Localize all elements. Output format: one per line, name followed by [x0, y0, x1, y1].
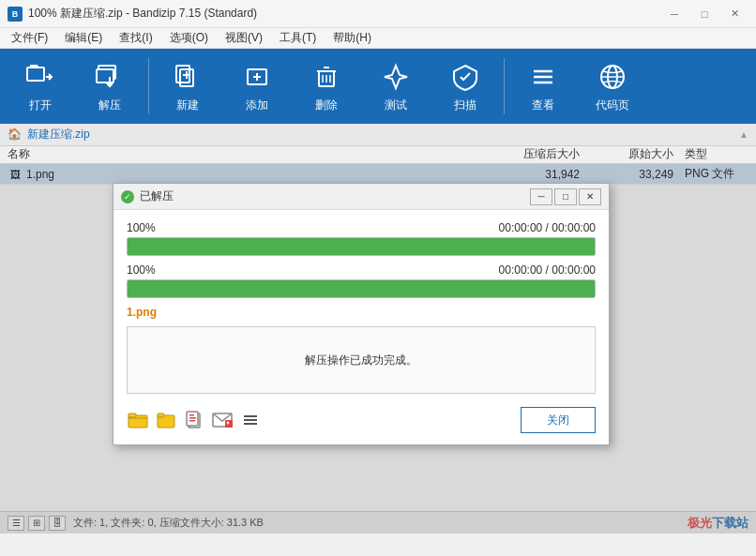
dialog-title-bar: ✓ 已解压 ─ □ ✕ [113, 184, 609, 210]
sort-indicator: ▲ [739, 129, 748, 140]
menu-tools[interactable]: 工具(T) [272, 28, 324, 48]
open-icon [23, 60, 57, 94]
log-area: 解压操作已成功完成。 [127, 326, 596, 394]
toolbar-extract[interactable]: 解压 [77, 53, 143, 120]
main-area: 🏠 新建压缩.zip ▲ 名称 压缩后大小 原始大小 类型 🖼 1.png 31… [0, 124, 756, 533]
toolbar-add[interactable]: 添加 [224, 53, 290, 120]
toolbar-codepage[interactable]: 代码页 [580, 53, 645, 120]
menu-dots-icon[interactable] [239, 409, 262, 431]
dialog-status-icon: ✓ [121, 190, 134, 203]
svg-rect-25 [158, 413, 164, 417]
svg-rect-29 [189, 417, 196, 419]
dialog-minimize-button[interactable]: ─ [530, 188, 552, 205]
extract-label: 解压 [98, 98, 121, 113]
window-controls: ─ □ ✕ [660, 5, 748, 23]
svg-rect-0 [27, 68, 44, 81]
scan-icon [448, 60, 482, 94]
progress-bar-1-bg [127, 237, 596, 256]
menu-help[interactable]: 帮助(H) [325, 28, 379, 48]
toolbar-new[interactable]: 新建 [155, 53, 220, 120]
app-icon: B [8, 7, 23, 22]
delete-icon [310, 60, 343, 94]
log-message: 解压操作已成功完成。 [305, 353, 417, 368]
new-label: 新建 [176, 98, 199, 113]
menu-find[interactable]: 查找(I) [112, 28, 159, 48]
file-list-body: 🖼 1.png 31,942 33,249 PNG 文件 ✓ 已解压 ─ □ [0, 164, 756, 533]
folder-icon[interactable] [155, 409, 177, 431]
progress2-percent: 100% [127, 263, 156, 277]
title-bar: B 100% 新建压缩.zip - Bandizip 7.15 (Standar… [0, 0, 756, 28]
svg-rect-23 [129, 413, 136, 417]
toolbar-test[interactable]: 测试 [363, 53, 429, 120]
view-label: 查看 [532, 98, 554, 113]
col-header-original[interactable]: 原始大小 [587, 146, 681, 162]
progress-row-1: 100% 00:00:00 / 00:00:00 [127, 221, 596, 256]
dialog-body: 100% 00:00:00 / 00:00:00 100% 00:00:00 /… [113, 210, 609, 444]
extract-dialog: ✓ 已解压 ─ □ ✕ 100% 00:00:00 / 00:00:00 [113, 183, 610, 445]
menu-bar: 文件(F) 编辑(E) 查找(I) 选项(O) 视图(V) 工具(T) 帮助(H… [0, 28, 756, 49]
menu-options[interactable]: 选项(O) [162, 28, 216, 48]
copy-icon[interactable] [183, 409, 205, 431]
view-icon [526, 60, 560, 94]
progress-row-2: 100% 00:00:00 / 00:00:00 [127, 263, 596, 298]
email-icon[interactable] [211, 409, 234, 431]
dialog-maximize-button[interactable]: □ [554, 188, 577, 205]
progress-bar-2-fill [128, 280, 595, 297]
open-label: 打开 [29, 98, 52, 113]
svg-rect-30 [189, 420, 195, 422]
dialog-title: 已解压 [140, 188, 174, 204]
toolbar-view[interactable]: 查看 [510, 53, 576, 120]
test-label: 测试 [385, 98, 407, 113]
home-icon: 🏠 [8, 128, 22, 141]
progress-bar-2-bg [127, 279, 596, 298]
codepage-label: 代码页 [596, 98, 629, 113]
col-header-type[interactable]: 类型 [681, 146, 756, 162]
codepage-icon [596, 60, 629, 94]
svg-rect-28 [189, 414, 194, 416]
progress2-time: 00:00:00 / 00:00:00 [499, 263, 596, 277]
dialog-close-action-button[interactable]: 关闭 [521, 407, 596, 433]
toolbar-open[interactable]: 打开 [8, 53, 73, 120]
dialog-close-button[interactable]: ✕ [579, 188, 601, 205]
delete-label: 删除 [315, 98, 338, 113]
toolbar: 打开 解压 新建 [0, 49, 756, 124]
add-label: 添加 [246, 98, 268, 113]
close-button[interactable]: ✕ [720, 5, 748, 23]
extract-icon [93, 60, 127, 94]
minimize-button[interactable]: ─ [660, 5, 688, 23]
col-header-compressed[interactable]: 压缩后大小 [475, 146, 587, 162]
add-icon [240, 60, 274, 94]
file-list-header: 名称 压缩后大小 原始大小 类型 [0, 146, 756, 165]
progress-bar-1-fill [128, 238, 595, 255]
menu-edit[interactable]: 编辑(E) [57, 28, 110, 48]
maximize-button[interactable]: □ [690, 5, 718, 23]
current-filename: 1.png [127, 306, 596, 319]
new-icon [171, 60, 204, 94]
footer-action-icons [127, 409, 262, 431]
svg-rect-2 [97, 69, 113, 83]
toolbar-scan[interactable]: 扫描 [432, 53, 498, 120]
address-bar: 🏠 新建压缩.zip ▲ [0, 124, 756, 146]
window-title: 100% 新建压缩.zip - Bandizip 7.15 (Standard) [28, 6, 257, 22]
toolbar-delete[interactable]: 删除 [294, 53, 359, 120]
progress1-percent: 100% [127, 221, 156, 234]
dialog-footer: 关闭 [127, 403, 596, 433]
open-folder-icon[interactable] [127, 409, 149, 431]
test-icon [379, 60, 413, 94]
scan-label: 扫描 [454, 98, 476, 113]
menu-file[interactable]: 文件(F) [4, 28, 55, 48]
archive-path: 新建压缩.zip [27, 127, 90, 143]
col-header-name[interactable]: 名称 [0, 146, 475, 162]
progress1-time: 00:00:00 / 00:00:00 [499, 221, 596, 234]
menu-view[interactable]: 视图(V) [218, 28, 270, 48]
